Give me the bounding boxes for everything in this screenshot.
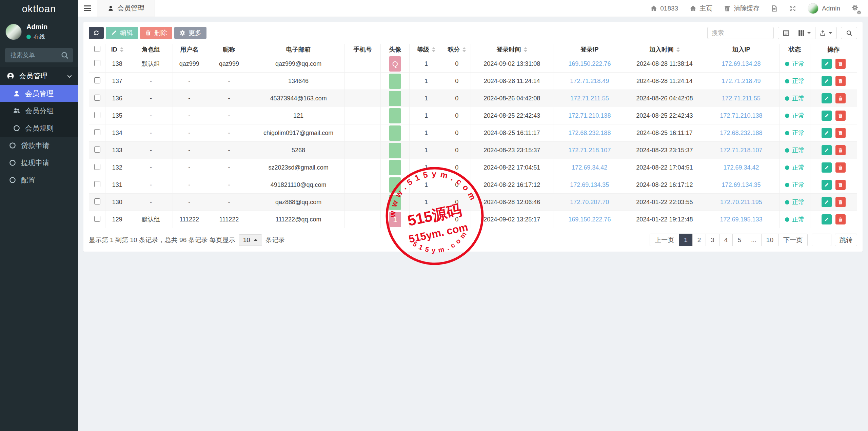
sort-carets-icon[interactable] <box>676 47 680 52</box>
export-dropdown-button[interactable] <box>815 27 837 39</box>
app-logo[interactable]: oktloan <box>0 0 78 18</box>
document-button[interactable] <box>771 5 778 12</box>
row-delete-button[interactable] <box>835 93 846 103</box>
row-delete-button[interactable] <box>835 197 846 207</box>
column-header-join_time[interactable]: 加入时间 <box>626 44 703 55</box>
join_ip-link[interactable]: 172.69.34.42 <box>723 164 759 171</box>
more-button[interactable]: 更多 <box>174 27 206 39</box>
page-ellipsis-button[interactable]: ... <box>746 234 762 246</box>
sidebar-item-member-management[interactable]: 会员管理 <box>0 67 78 85</box>
page-button-1[interactable]: 1 <box>679 234 693 246</box>
sidebar-item-member-list[interactable]: 会员管理 <box>0 85 78 102</box>
row-checkbox[interactable] <box>94 146 100 153</box>
page-size-select[interactable]: 10 <box>239 234 262 246</box>
join_ip-link[interactable]: 172.70.211.195 <box>720 199 762 205</box>
sort-carets-icon[interactable] <box>120 47 123 52</box>
sidebar-toggle-button[interactable] <box>78 0 97 17</box>
row-delete-button[interactable] <box>835 128 846 138</box>
row-edit-button[interactable] <box>822 128 832 138</box>
sidebar-item-loan-applications[interactable]: 贷款申请 <box>0 137 78 154</box>
join_ip-link[interactable]: 172.69.134.35 <box>722 181 761 188</box>
login_ip-link[interactable]: 172.71.218.107 <box>568 147 611 154</box>
login_ip-link[interactable]: 172.71.211.55 <box>570 95 609 102</box>
row-edit-button[interactable] <box>822 180 832 190</box>
page-button-5[interactable]: 5 <box>732 234 746 246</box>
login_ip-link[interactable]: 172.71.218.49 <box>570 78 609 84</box>
sort-carets-icon[interactable] <box>462 47 466 52</box>
row-delete-button[interactable] <box>835 111 846 121</box>
column-header-score[interactable]: 积分 <box>443 44 471 55</box>
row-edit-button[interactable] <box>822 111 832 121</box>
homepage-link[interactable]: 主页 <box>690 4 712 13</box>
row-edit-button[interactable] <box>822 214 832 224</box>
next-page-button[interactable]: 下一页 <box>778 234 808 246</box>
sort-carets-icon[interactable] <box>524 47 527 52</box>
login_ip-link[interactable]: 172.70.207.70 <box>570 199 609 205</box>
search-button[interactable] <box>841 27 857 39</box>
row-checkbox[interactable] <box>94 129 100 135</box>
row-edit-button[interactable] <box>822 93 832 103</box>
column-header-id[interactable]: ID <box>105 44 129 55</box>
login_ip-link[interactable]: 169.150.222.76 <box>568 216 611 223</box>
page-button-4[interactable]: 4 <box>719 234 733 246</box>
row-edit-button[interactable] <box>822 76 832 86</box>
detail-view-button[interactable] <box>778 27 794 39</box>
edit-button[interactable]: 编辑 <box>106 27 138 39</box>
page-button-10[interactable]: 10 <box>761 234 778 246</box>
login_ip-link[interactable]: 172.71.210.138 <box>568 112 611 119</box>
join_ip-link[interactable]: 172.68.232.188 <box>720 130 762 136</box>
row-delete-button[interactable] <box>835 162 846 173</box>
sidebar-item-withdrawal-applications[interactable]: 提现申请 <box>0 154 78 171</box>
row-checkbox[interactable] <box>94 164 100 170</box>
login_ip-link[interactable]: 172.69.134.35 <box>570 181 609 188</box>
join_ip-link[interactable]: 172.71.211.55 <box>722 95 761 102</box>
row-checkbox[interactable] <box>94 112 100 118</box>
sidebar-item-member-groups[interactable]: 会员分组 <box>0 102 78 119</box>
jump-button[interactable]: 跳转 <box>835 234 857 246</box>
home-number-link[interactable]: 01833 <box>650 5 678 12</box>
join_ip-link[interactable]: 172.69.134.28 <box>722 60 761 67</box>
fullscreen-button[interactable] <box>789 5 796 12</box>
row-edit-button[interactable] <box>822 197 832 207</box>
row-edit-button[interactable] <box>822 59 832 69</box>
table-search-input[interactable] <box>707 27 774 39</box>
row-edit-button[interactable] <box>822 145 832 155</box>
login_ip-link[interactable]: 172.69.34.42 <box>572 164 607 171</box>
row-edit-button[interactable] <box>822 162 832 173</box>
select-all-checkbox[interactable] <box>94 46 100 52</box>
row-delete-button[interactable] <box>835 180 846 190</box>
refresh-button[interactable] <box>89 27 104 39</box>
row-checkbox[interactable] <box>94 216 100 222</box>
sidebar-item-config[interactable]: 配置 <box>0 171 78 189</box>
clear-cache-link[interactable]: 清除缓存 <box>724 4 760 13</box>
login_ip-link[interactable]: 169.150.222.76 <box>568 60 611 67</box>
page-button-3[interactable]: 3 <box>706 234 719 246</box>
row-delete-button[interactable] <box>835 59 846 69</box>
join_ip-link[interactable]: 172.71.218.49 <box>722 78 761 84</box>
row-delete-button[interactable] <box>835 214 846 224</box>
delete-button[interactable]: 删除 <box>140 27 172 39</box>
row-checkbox[interactable] <box>94 198 100 204</box>
column-header-level[interactable]: 等级 <box>410 44 443 55</box>
join_ip-link[interactable]: 172.71.210.138 <box>720 112 762 119</box>
search-icon[interactable] <box>61 51 69 59</box>
row-checkbox[interactable] <box>94 60 100 66</box>
columns-dropdown-button[interactable] <box>794 27 815 39</box>
row-checkbox[interactable] <box>94 181 100 187</box>
jump-page-input[interactable] <box>812 234 831 246</box>
row-checkbox[interactable] <box>94 77 100 83</box>
prev-page-button[interactable]: 上一页 <box>650 234 679 246</box>
settings-gears-button[interactable] <box>852 4 861 13</box>
join_ip-link[interactable]: 172.69.195.133 <box>720 216 762 223</box>
column-header-login_time[interactable]: 登录时间 <box>471 44 553 55</box>
row-checkbox[interactable] <box>94 95 100 101</box>
row-delete-button[interactable] <box>835 145 846 155</box>
page-button-2[interactable]: 2 <box>692 234 706 246</box>
row-delete-button[interactable] <box>835 76 846 86</box>
sort-carets-icon[interactable] <box>432 47 435 52</box>
tab-member-management[interactable]: 会员管理 <box>97 0 155 17</box>
sidebar-item-member-rules[interactable]: 会员规则 <box>0 119 78 137</box>
join_ip-link[interactable]: 172.71.218.107 <box>720 147 762 154</box>
navbar-user-menu[interactable]: Admin <box>808 3 840 14</box>
login_ip-link[interactable]: 172.68.232.188 <box>568 130 611 136</box>
